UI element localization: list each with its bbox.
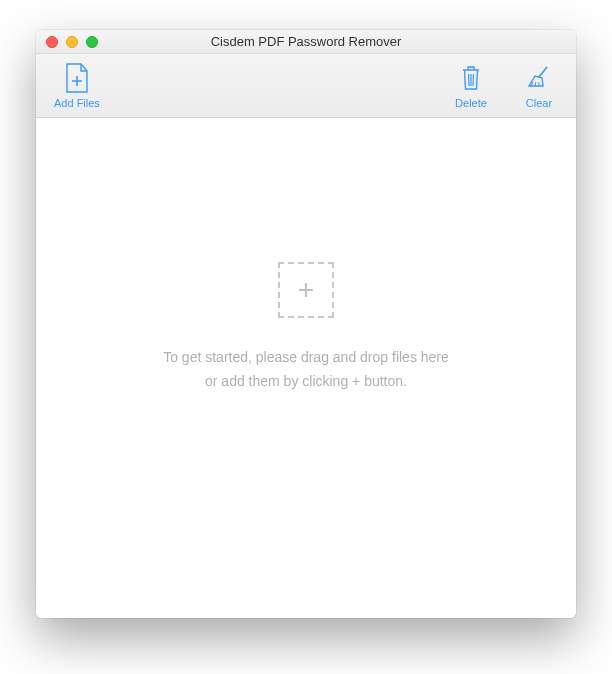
add-file-icon [63, 63, 91, 93]
plus-icon: + [298, 276, 314, 304]
app-window: Cisdem PDF Password Remover Add Files [36, 30, 576, 618]
delete-label: Delete [455, 97, 487, 109]
window-title: Cisdem PDF Password Remover [36, 34, 576, 49]
broom-icon [525, 63, 553, 93]
hint-text-line1: To get started, please drag and drop fil… [163, 346, 449, 370]
titlebar: Cisdem PDF Password Remover [36, 30, 576, 54]
traffic-lights [36, 36, 98, 48]
delete-button[interactable]: Delete [446, 59, 496, 113]
svg-line-5 [539, 67, 547, 77]
svg-line-2 [469, 74, 470, 86]
minimize-window-button[interactable] [66, 36, 78, 48]
clear-label: Clear [526, 97, 552, 109]
add-files-button[interactable]: Add Files [48, 59, 106, 113]
maximize-window-button[interactable] [86, 36, 98, 48]
add-files-label: Add Files [54, 97, 100, 109]
trash-icon [457, 63, 485, 93]
hint-text-line2: or add them by clicking + button. [205, 370, 407, 394]
close-window-button[interactable] [46, 36, 58, 48]
toolbar: Add Files Delete [36, 54, 576, 118]
content-area: + To get started, please drag and drop f… [36, 118, 576, 618]
dropzone[interactable]: + [278, 262, 334, 318]
svg-line-4 [473, 74, 474, 86]
clear-button[interactable]: Clear [514, 59, 564, 113]
